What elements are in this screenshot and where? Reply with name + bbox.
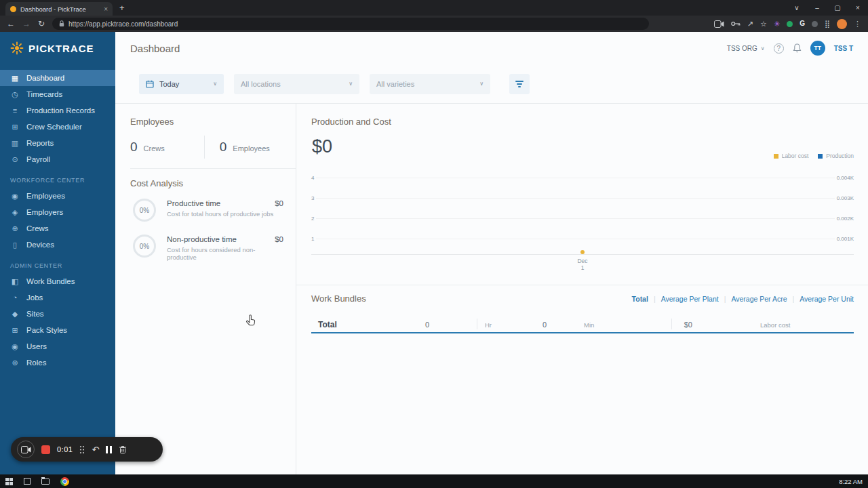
chrome-taskbar-icon[interactable] [60, 477, 69, 486]
sidebar-item-dashboard[interactable]: ▦ Dashboard [0, 70, 115, 86]
sidebar: PICKTRACE ▦ Dashboard ◷ Timecards ≡ Prod… [0, 32, 115, 474]
row-label: Total [318, 320, 337, 329]
sidebar-item-label: Crews [26, 224, 49, 232]
org-selector[interactable]: TSS ORG ∨ [727, 45, 765, 52]
minutes-value: 0 [517, 321, 547, 329]
filter-button[interactable] [509, 74, 530, 94]
sidebar-item-crew-scheduler[interactable]: ⊞ Crew Scheduler [0, 119, 115, 135]
employees-label: Employees [233, 144, 269, 152]
back-icon[interactable]: ← [7, 20, 15, 28]
sidebar-item-devices[interactable]: ▯ Devices [0, 237, 115, 253]
share-icon[interactable]: ↗ [747, 20, 753, 28]
window-maximize-icon[interactable]: ▢ [827, 4, 848, 12]
drag-handle-icon[interactable] [79, 445, 85, 454]
y2-axis-tick: 0.001K [835, 236, 854, 242]
x-axis-tick: Dec 1 [562, 258, 603, 271]
browser-tab[interactable]: Dashboard - PickTrace × [5, 2, 113, 16]
production-title: Production and Cost [311, 117, 391, 127]
sidebar-item-sites[interactable]: ◆ Sites [0, 306, 115, 322]
users-icon: ◉ [10, 342, 20, 351]
start-button-icon[interactable] [5, 478, 13, 485]
trash-icon[interactable] [119, 445, 127, 454]
window-close-icon[interactable]: × [848, 4, 868, 12]
g-logo-icon[interactable]: G [800, 20, 805, 27]
new-tab-button[interactable]: + [119, 3, 125, 13]
stop-recording-button[interactable] [41, 445, 50, 454]
sidebar-item-roles[interactable]: ⊛ Roles [0, 354, 115, 371]
header-right: TSS ORG ∨ ? TT TSS T [727, 41, 853, 56]
sidebar-item-pack-styles[interactable]: ⊞ Pack Styles [0, 322, 115, 338]
browser-profile-avatar[interactable] [837, 19, 847, 29]
reload-icon[interactable]: ↻ [38, 20, 45, 28]
cost-item-text: Non-productive time Cost for hours consi… [167, 235, 283, 261]
tab-average-per-plant[interactable]: Average Per Plant [661, 295, 719, 303]
forward-icon[interactable]: → [22, 20, 31, 28]
sidebar-item-reports[interactable]: ▥ Reports [0, 135, 115, 151]
y2-axis-tick: 0.004K [835, 175, 854, 181]
sidebar-item-label: Sites [26, 310, 44, 318]
sidebar-item-employers[interactable]: ◈ Employers [0, 204, 115, 220]
user-avatar[interactable]: TT [810, 41, 825, 56]
sidebar-item-timecards[interactable]: ◷ Timecards [0, 86, 115, 102]
sidebar-item-production-records[interactable]: ≡ Production Records [0, 102, 115, 119]
locations-filter-select[interactable]: All locations ∨ [234, 74, 359, 94]
key-icon[interactable] [731, 21, 741, 26]
recorder-camera-button[interactable] [17, 441, 35, 458]
work-bundles-title: Work Bundles [311, 293, 366, 304]
sidebar-item-users[interactable]: ◉ Users [0, 338, 115, 354]
y-axis-tick: 2 [311, 216, 316, 222]
sidebar-item-employees[interactable]: ◉ Employees [0, 188, 115, 204]
screen: Dashboard - PickTrace × + ∨ – ▢ × ← → ↻ … [0, 0, 868, 488]
extension-green-icon[interactable] [787, 21, 793, 27]
sidebar-item-crews[interactable]: ⊕ Crews [0, 220, 115, 237]
undo-icon[interactable]: ↶ [92, 445, 99, 455]
crews-stat: 0 Crews [130, 140, 165, 155]
file-explorer-icon[interactable] [41, 479, 50, 485]
sidebar-item-jobs[interactable]: ◔ Jobs [0, 289, 115, 306]
chevron-down-icon: ∨ [349, 81, 353, 87]
sidebar-item-work-bundles[interactable]: ◧ Work Bundles [0, 273, 115, 289]
help-button[interactable]: ? [774, 43, 784, 54]
tab-average-per-unit[interactable]: Average Per Unit [800, 295, 854, 303]
cost-item-label: Non-productive time [167, 235, 283, 243]
employees-panel: Employees 0 Crews 0 Employees Cost Analy… [115, 104, 296, 474]
sidebar-item-label: Reports [26, 139, 54, 147]
extension-dark-icon[interactable] [812, 21, 818, 27]
sidebar-item-label: Employers [26, 208, 63, 216]
tab-average-per-acre[interactable]: Average Per Acre [731, 295, 787, 303]
extension-flower-icon[interactable]: ✳ [774, 20, 780, 28]
sidebar-item-label: Crew Scheduler [26, 123, 82, 131]
picktrace-logo[interactable]: PICKTRACE [0, 32, 115, 64]
taskbar-clock: 8:22 AM [839, 478, 863, 485]
legend-item-production: Production [818, 152, 854, 159]
date-filter-select[interactable]: Today ∨ [139, 74, 224, 94]
window-minimize-icon[interactable]: – [807, 4, 827, 12]
window-controls: ∨ – ▢ × [787, 0, 868, 16]
labor-cost-swatch [774, 154, 778, 159]
camera-icon[interactable] [714, 20, 724, 28]
divider [296, 285, 868, 285]
hours-unit: Hr [485, 321, 492, 329]
legend-label: Production [826, 152, 854, 159]
extensions-grid-icon[interactable]: ⣿ [825, 20, 830, 28]
tab-search-icon[interactable]: ∨ [787, 4, 807, 12]
cost-item-text: Productive time Cost for total hours of … [167, 199, 273, 218]
bookmark-star-icon[interactable]: ☆ [760, 20, 767, 28]
varieties-filter-value: All varieties [376, 80, 414, 88]
cost-analysis-item-nonproductive: 0% Non-productive time Cost for hours co… [133, 235, 283, 262]
user-name[interactable]: TSS T [834, 45, 853, 52]
divider [204, 136, 205, 159]
bell-icon[interactable] [793, 43, 802, 53]
cost-item-description: Cost for total hours of productive jobs [167, 210, 273, 218]
task-view-icon[interactable] [24, 478, 31, 485]
sidebar-item-payroll[interactable]: ⊙ Payroll [0, 151, 115, 167]
browser-menu-icon[interactable]: ⋮ [854, 20, 861, 28]
varieties-filter-select[interactable]: All varieties ∨ [370, 74, 490, 94]
legend-item-labor-cost: Labor cost [774, 152, 809, 159]
pause-icon[interactable] [106, 446, 112, 453]
tab-close-icon[interactable]: × [104, 5, 108, 13]
tab-total[interactable]: Total [632, 295, 648, 303]
address-bar[interactable]: https://app.picktrace.com/dashboard [52, 18, 649, 30]
production-panel: Production and Cost $0 Labor cost Produc… [296, 104, 868, 474]
chart-x-axis [311, 254, 854, 255]
